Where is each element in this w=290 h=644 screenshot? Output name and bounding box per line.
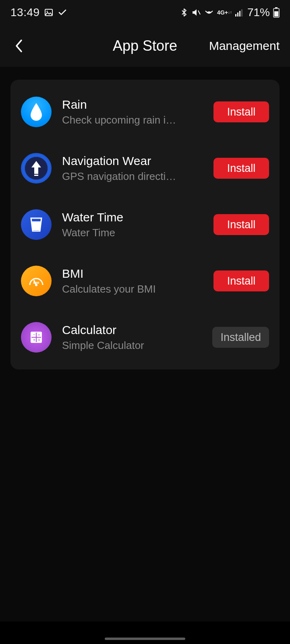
bluetooth-icon (180, 8, 188, 17)
app-row-navigation-wear[interactable]: Navigation Wear GPS navigation direction… (10, 140, 280, 196)
svg-text:×: × (38, 333, 40, 337)
navigation-app-icon (21, 153, 52, 184)
svg-text:−: − (33, 332, 35, 337)
app-description: Check upcoming rain in a … (62, 114, 179, 126)
app-description: Calculates your BMI (62, 283, 179, 295)
arrow-up-icon (29, 159, 44, 177)
status-left: 13:49 (10, 6, 67, 19)
svg-text:=: = (38, 338, 40, 342)
installed-label: Installed (212, 327, 269, 348)
install-button[interactable]: Install (213, 214, 269, 235)
page-title: App Store (113, 37, 177, 54)
svg-rect-0 (45, 9, 52, 16)
svg-rect-9 (274, 11, 278, 17)
hotspot-icon (204, 8, 214, 17)
app-description: GPS navigation directions … (62, 170, 179, 183)
bmi-app-icon: BMI (21, 266, 52, 296)
status-right: 4G+↓↑ 71% (180, 6, 280, 19)
install-button[interactable]: Install (213, 270, 269, 291)
app-header: App Store Management (0, 25, 290, 67)
app-name: Water Time (62, 211, 203, 224)
gauge-icon: BMI (27, 271, 46, 291)
app-info: Water Time Water Time (62, 211, 203, 239)
chevron-left-icon (14, 39, 23, 53)
app-row-water-time[interactable]: Water Time Water Time Install (10, 196, 280, 253)
battery-icon (273, 7, 280, 18)
install-button[interactable]: Install (213, 101, 269, 122)
svg-rect-6 (241, 9, 242, 17)
signal-icon (235, 8, 244, 17)
network-4g-icon: 4G+↓↑ (217, 10, 232, 15)
app-row-calculator[interactable]: −×+= Calculator Simple Calculator Instal… (10, 309, 280, 365)
svg-rect-10 (34, 175, 38, 176)
app-row-rain[interactable]: Rain Check upcoming rain in a … Install (10, 84, 280, 140)
management-link[interactable]: Management (209, 39, 280, 53)
app-name: BMI (62, 267, 203, 281)
rain-app-icon (21, 97, 52, 127)
svg-text:BMI: BMI (33, 281, 39, 285)
clock: 13:49 (10, 6, 40, 19)
water-app-icon (21, 209, 52, 240)
app-row-bmi[interactable]: BMI BMI Calculates your BMI Install (10, 253, 280, 309)
checkmark-icon (58, 8, 67, 17)
droplet-icon (28, 102, 44, 122)
svg-text:+: + (33, 338, 35, 342)
calculator-icon: −×+= (28, 329, 44, 345)
app-info: BMI Calculates your BMI (62, 267, 203, 295)
app-description: Water Time (62, 227, 179, 239)
battery-percent: 71% (247, 6, 270, 19)
calculator-app-icon: −×+= (21, 322, 52, 353)
app-name: Navigation Wear (62, 154, 203, 168)
svg-rect-5 (239, 11, 240, 17)
app-description: Simple Calculator (62, 339, 179, 352)
app-name: Calculator (62, 323, 202, 337)
status-bar: 13:49 4G+↓↑ 71% (0, 0, 290, 25)
app-name: Rain (62, 98, 203, 111)
app-info: Rain Check upcoming rain in a … (62, 98, 203, 126)
mute-icon (191, 8, 201, 17)
install-button[interactable]: Install (213, 158, 269, 179)
glass-icon (29, 217, 43, 233)
app-info: Calculator Simple Calculator (62, 323, 202, 352)
nav-bar-area (0, 621, 290, 644)
image-icon (44, 8, 54, 17)
app-list: Rain Check upcoming rain in a … Install … (10, 80, 280, 369)
svg-rect-3 (235, 14, 236, 17)
back-button[interactable] (10, 38, 27, 54)
app-info: Navigation Wear GPS navigation direction… (62, 154, 203, 183)
svg-rect-4 (237, 12, 238, 17)
svg-point-1 (46, 11, 48, 12)
gesture-handle[interactable] (105, 638, 185, 640)
